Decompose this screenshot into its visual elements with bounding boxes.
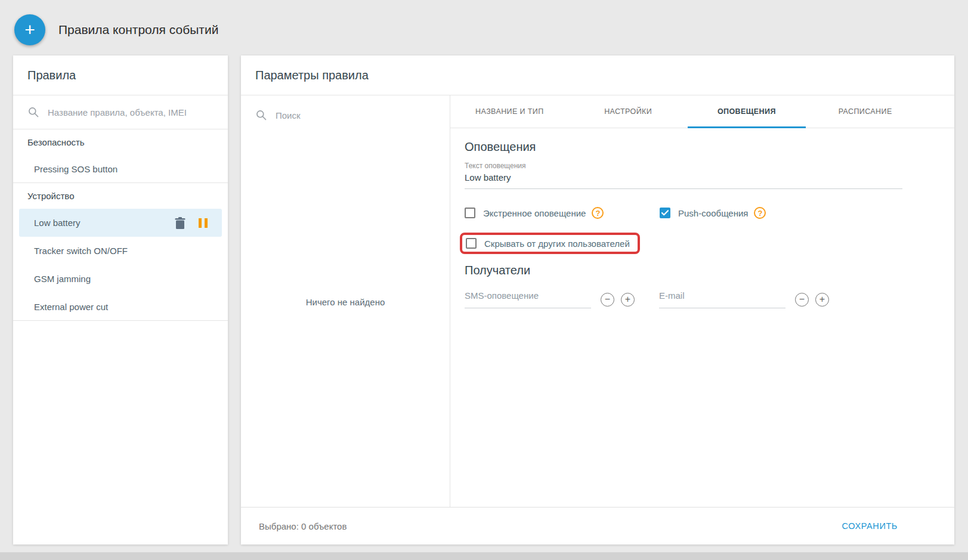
remove-email-recipient-button[interactable]: − bbox=[795, 293, 809, 307]
remove-sms-recipient-button[interactable]: − bbox=[601, 293, 614, 307]
bottom-edge-strip bbox=[0, 552, 968, 560]
notifications-tab-content: Оповещения Текст оповещения Экстренное о… bbox=[450, 128, 954, 507]
emergency-notification-label: Экстренное оповещение bbox=[483, 208, 586, 218]
highlight-annotation: Скрывать от других пользователей bbox=[460, 233, 640, 254]
rule-item-external-power-cut[interactable]: External power cut bbox=[13, 293, 228, 321]
page-header: + Правила контроля событий bbox=[14, 14, 218, 45]
tabbar: НАЗВАНИЕ И ТИП НАСТРОЙКИ ОПОВЕЩЕНИЯ РАСП… bbox=[450, 95, 954, 128]
rule-item-low-battery[interactable]: Low battery bbox=[19, 209, 222, 237]
rule-item-label: Pressing SOS button bbox=[34, 164, 219, 174]
add-email-recipient-button[interactable]: + bbox=[815, 293, 829, 307]
tab-schedule[interactable]: РАСПИСАНИЕ bbox=[806, 95, 924, 128]
add-sms-recipient-button[interactable]: + bbox=[621, 293, 635, 307]
hide-from-others-label: Скрывать от других пользователей bbox=[484, 239, 630, 249]
page-title: Правила контроля событий bbox=[58, 23, 218, 37]
rule-group-device: Устройство bbox=[13, 183, 228, 209]
rule-item-label: Tracker switch ON/OFF bbox=[34, 246, 219, 256]
tab-notifications[interactable]: ОПОВЕЩЕНИЯ bbox=[688, 95, 806, 128]
emergency-notification-option: Экстренное оповещение ? bbox=[465, 207, 660, 219]
objects-empty-text: Ничего не найдено bbox=[241, 297, 450, 307]
panel-footer: Выбрано: 0 объектов СОХРАНИТЬ bbox=[241, 507, 954, 544]
objects-panel: Ничего не найдено bbox=[241, 95, 450, 507]
rules-panel-title: Правила bbox=[27, 69, 76, 82]
help-icon[interactable]: ? bbox=[754, 207, 766, 219]
push-messages-checkbox[interactable] bbox=[660, 208, 670, 218]
recipients-heading: Получатели bbox=[465, 264, 902, 277]
rule-item-label: Low battery bbox=[34, 218, 175, 228]
sms-recipient-input[interactable] bbox=[465, 290, 591, 308]
selected-objects-count: Выбрано: 0 объектов bbox=[259, 521, 347, 531]
objects-search-input[interactable] bbox=[276, 110, 435, 120]
email-recipient-input[interactable] bbox=[659, 290, 785, 308]
add-rule-button[interactable]: + bbox=[14, 14, 45, 45]
check-icon bbox=[661, 210, 669, 216]
rule-item-gsm-jamming[interactable]: GSM jamming bbox=[13, 265, 228, 293]
push-messages-option: Push-сообщения ? bbox=[660, 207, 766, 219]
rule-item-actions bbox=[175, 217, 208, 229]
rule-group-security: Безопасность bbox=[13, 129, 228, 155]
rules-search bbox=[13, 95, 228, 129]
rule-item-pressing-sos[interactable]: Pressing SOS button bbox=[13, 155, 228, 183]
notifications-heading: Оповещения bbox=[465, 140, 902, 154]
notification-text-label: Текст оповещения bbox=[465, 162, 902, 170]
objects-search bbox=[241, 95, 450, 135]
rules-search-input[interactable] bbox=[48, 107, 214, 117]
rule-item-label: GSM jamming bbox=[34, 274, 219, 284]
tab-name-and-type[interactable]: НАЗВАНИЕ И ТИП bbox=[450, 95, 569, 128]
search-icon bbox=[27, 106, 39, 118]
rules-panel-header: Правила bbox=[13, 55, 228, 95]
notification-text-input[interactable] bbox=[465, 170, 902, 189]
help-icon[interactable]: ? bbox=[592, 207, 604, 219]
rule-item-label: External power cut bbox=[34, 302, 219, 312]
rules-panel: Правила Безопасность Pressing SOS button… bbox=[13, 55, 228, 544]
search-icon bbox=[255, 109, 267, 121]
rule-parameters-header: Параметры правила bbox=[241, 55, 954, 95]
rule-item-tracker-switch[interactable]: Tracker switch ON/OFF bbox=[13, 237, 228, 265]
emergency-notification-checkbox[interactable] bbox=[465, 208, 475, 218]
hide-from-others-checkbox[interactable] bbox=[466, 238, 477, 249]
sms-recipient-field: − + bbox=[465, 290, 635, 308]
save-button[interactable]: СОХРАНИТЬ bbox=[842, 521, 898, 531]
push-messages-label: Push-сообщения bbox=[678, 208, 748, 218]
pause-icon[interactable] bbox=[199, 218, 208, 228]
tab-settings[interactable]: НАСТРОЙКИ bbox=[569, 95, 688, 128]
delete-icon[interactable] bbox=[175, 217, 185, 229]
rule-parameters-panel: Параметры правила Ничего не найдено НАЗВ… bbox=[241, 55, 954, 544]
rule-parameters-title: Параметры правила bbox=[255, 69, 369, 82]
email-recipient-field: − + bbox=[659, 290, 829, 308]
